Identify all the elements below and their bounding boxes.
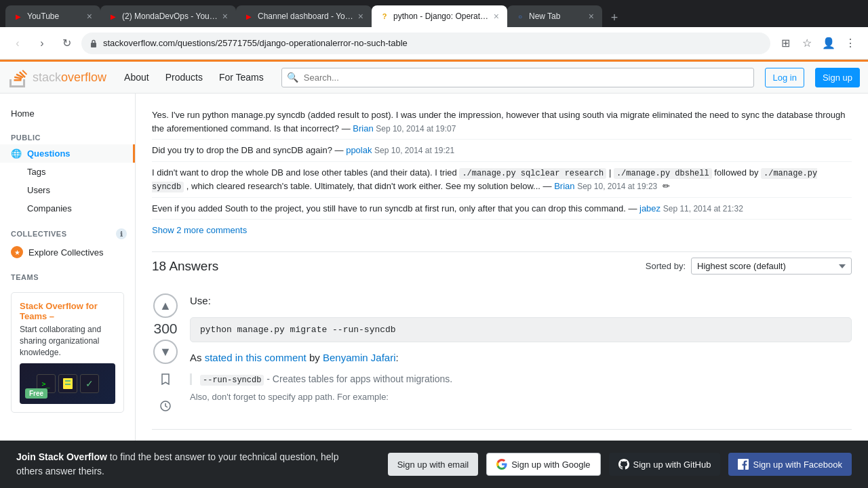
sidebar-section-public: PUBLIC xyxy=(0,123,135,144)
collectives-info-icon[interactable]: ℹ xyxy=(116,228,127,239)
search-input[interactable] xyxy=(281,68,755,87)
comment-1: Yes. I've run python manage.py syncdb (a… xyxy=(152,104,852,140)
tab-mondadevops-title: (2) MondaDevOps - YouTube xyxy=(122,12,218,21)
comment-2: Did you try to drop the DB and syncDB ag… xyxy=(152,140,852,162)
logo-text: stackoverflow xyxy=(33,70,106,85)
sidebar-item-explore-collectives[interactable]: ★ Explore Collectives xyxy=(0,242,135,262)
search-wrap: 🔍 xyxy=(281,68,755,87)
tab-youtube-title: YouTube xyxy=(27,12,83,21)
so-logo[interactable]: stackoverflow xyxy=(8,67,106,87)
comment-2-author[interactable]: ppolak xyxy=(346,145,372,155)
nav-about[interactable]: About xyxy=(117,68,156,87)
comment-3: I didn't want to drop the whole DB and l… xyxy=(152,162,852,198)
browser-tab-bar: ▶ YouTube × ▶ (2) MondaDevOps - YouTube … xyxy=(0,0,868,27)
sort-bar: Sorted by: Highest score (default) Trend… xyxy=(646,258,852,274)
tags-label: Tags xyxy=(27,167,45,177)
comment-3-text3: , which cleared research's table. Ultima… xyxy=(186,181,554,191)
sidebar-item-home[interactable]: Home xyxy=(0,104,135,123)
answer-1-also-text: Also, don't forget to specify app path. … xyxy=(190,390,852,404)
companies-label: Companies xyxy=(27,203,72,214)
extensions-icon[interactable]: ⊞ xyxy=(776,34,795,53)
comment-3-edit-icon: ✏ xyxy=(663,181,670,191)
comment-3-code1: ./manage.py sqlclear research xyxy=(459,168,606,179)
header-search: 🔍 xyxy=(281,68,755,87)
tab-channel-close[interactable]: × xyxy=(358,11,363,22)
comment-3-pipe: | xyxy=(609,167,614,178)
downvote-button-1[interactable]: ▼ xyxy=(153,340,178,364)
note-icon xyxy=(58,374,77,393)
bookmark-answer-1[interactable] xyxy=(153,367,178,391)
users-label: Users xyxy=(27,185,50,195)
sort-label: Sorted by: xyxy=(646,261,686,271)
collectives-explore-icon: ★ xyxy=(11,246,23,258)
bookmark-icon[interactable]: ☆ xyxy=(797,34,816,53)
signup-google-label: Sign up with Google xyxy=(511,460,590,470)
home-label: Home xyxy=(11,108,35,119)
comment-3-author[interactable]: Brian xyxy=(554,181,574,191)
facebook-icon xyxy=(738,459,749,470)
answer-1-body: Use: python manage.py migrate --run-sync… xyxy=(190,293,852,418)
banner-text: Join Stack Overflow to find the best ans… xyxy=(16,450,355,479)
answer-1-link[interactable]: stated in this comment xyxy=(205,352,307,363)
explore-collectives-label: Explore Collectives xyxy=(28,247,104,258)
lock-icon xyxy=(90,39,98,47)
answers-header: 18 Answers Sorted by: Highest score (def… xyxy=(152,251,852,274)
answer-1-as-text: As stated in this comment by Benyamin Ja… xyxy=(190,350,852,366)
sidebar-item-users[interactable]: Users xyxy=(0,181,135,199)
check-icon: ✓ xyxy=(80,374,99,393)
mondadevops-favicon: ▶ xyxy=(108,12,118,21)
tab-stackoverflow[interactable]: ? python - Django: Operation... × xyxy=(372,5,507,27)
sidebar-item-tags[interactable]: Tags xyxy=(0,163,135,181)
signup-github-button[interactable]: Sign up with GitHub xyxy=(609,453,721,476)
collectives-section-header: COLLECTIVES ℹ xyxy=(0,218,135,242)
tab-so-title: python - Django: Operation... xyxy=(393,12,490,21)
teams-box: Stack Overflow for Teams – Start collabo… xyxy=(11,292,124,413)
nav-teams[interactable]: For Teams xyxy=(212,68,271,87)
tab-youtube-close[interactable]: × xyxy=(87,11,92,22)
header-nav: About Products For Teams xyxy=(117,68,271,87)
nav-products[interactable]: Products xyxy=(159,68,210,87)
tab-newtab[interactable]: ○ New Tab × xyxy=(507,5,602,27)
sidebar-item-questions[interactable]: 🌐 Questions xyxy=(0,144,135,163)
new-tab-button[interactable]: + xyxy=(605,8,624,27)
back-button[interactable]: ‹ xyxy=(8,34,27,53)
tab-mondadevops-close[interactable]: × xyxy=(222,11,228,22)
answers-title: 18 Answers xyxy=(152,259,218,274)
url-bar[interactable]: stackoverflow.com/questions/25771755/dja… xyxy=(81,33,770,54)
profile-icon[interactable]: 👤 xyxy=(819,34,838,53)
reload-button[interactable]: ↻ xyxy=(57,34,76,53)
url-text: stackoverflow.com/questions/25771755/dja… xyxy=(103,38,762,48)
teams-label: TEAMS xyxy=(5,273,130,284)
signup-email-button[interactable]: Sign up with email xyxy=(388,453,479,476)
tab-mondadevops[interactable]: ▶ (2) MondaDevOps - YouTube × xyxy=(100,5,236,27)
tab-newtab-close[interactable]: × xyxy=(589,11,594,22)
tab-channel-title: Channel dashboard - YouTu... xyxy=(258,12,354,21)
tab-so-close[interactable]: × xyxy=(494,11,499,22)
answer-1-author[interactable]: Benyamin Jafari xyxy=(323,352,396,363)
comment-4-text: Even if you added South to the project, … xyxy=(152,203,639,214)
login-button[interactable]: Log in xyxy=(765,68,804,87)
comment-4-author[interactable]: jabez xyxy=(639,203,660,214)
show-more-comments-link[interactable]: Show 2 more comments xyxy=(152,220,247,241)
address-bar: ‹ › ↻ stackoverflow.com/questions/257717… xyxy=(0,27,868,60)
svg-rect-0 xyxy=(91,43,96,47)
tab-channel-dashboard[interactable]: ▶ Channel dashboard - YouTu... × xyxy=(236,5,372,27)
comment-1-author[interactable]: Brian xyxy=(353,123,373,134)
comment-3-timestamp: Sep 10, 2014 at 19:23 xyxy=(577,182,657,191)
main-content: Yes. I've run python manage.py syncdb (a… xyxy=(136,94,868,488)
history-button-1[interactable] xyxy=(153,394,178,418)
settings-icon[interactable]: ⋮ xyxy=(841,34,860,53)
sidebar-item-companies[interactable]: Companies xyxy=(0,199,135,218)
upvote-button-1[interactable]: ▲ xyxy=(153,293,178,318)
comment-2-timestamp: Sep 10, 2014 at 19:21 xyxy=(374,146,454,155)
teams-section: TEAMS Stack Overflow for Teams – Start c… xyxy=(0,262,135,426)
forward-button[interactable]: › xyxy=(33,34,52,53)
teams-box-image: >_ ✓ Free xyxy=(20,363,115,404)
sort-select[interactable]: Highest score (default) Trending (recent… xyxy=(691,258,852,274)
signup-facebook-button[interactable]: Sign up with Facebook xyxy=(728,453,852,476)
signup-google-button[interactable]: Sign up with Google xyxy=(486,453,600,476)
tab-youtube[interactable]: ▶ YouTube × xyxy=(5,5,100,27)
signup-button[interactable]: Sign up xyxy=(815,68,860,87)
vote-count-1: 300 xyxy=(153,321,177,337)
tab-newtab-title: New Tab xyxy=(529,12,585,21)
